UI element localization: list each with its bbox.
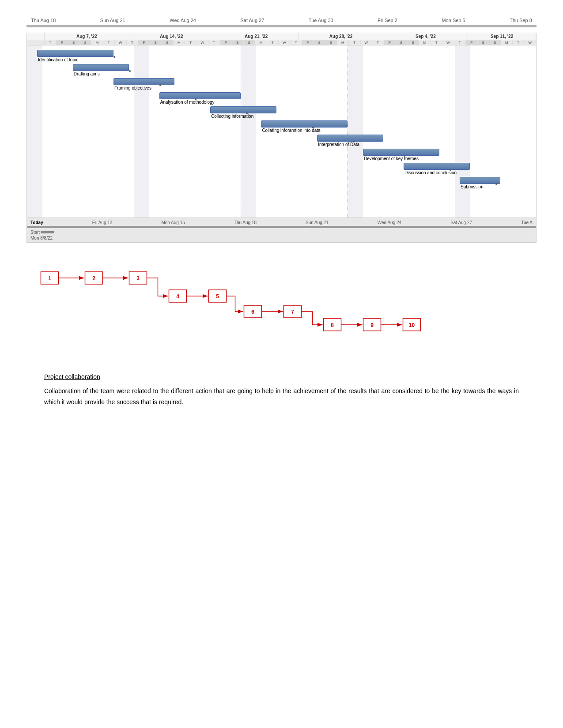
task-label-8: Development of key themes xyxy=(363,156,439,161)
day-F1: F xyxy=(57,40,68,45)
bottom-date-4: Thu Aug 18 xyxy=(234,220,257,225)
svg-text:9: 9 xyxy=(370,322,374,328)
svg-text:3: 3 xyxy=(136,275,140,281)
task-label-5: Collecting information xyxy=(210,114,276,119)
svg-text:5: 5 xyxy=(216,293,219,300)
day-T5: T xyxy=(208,40,220,45)
gantt-day-header: T F S S M T W T F S S M T W T F S S M T … xyxy=(27,40,536,45)
timeline-date-3: Wed Aug 24 xyxy=(170,18,196,23)
day-S6: S xyxy=(244,40,256,45)
gantt-week-header: Aug 7, '22 Aug 14, '22 Aug 21, '22 Aug 2… xyxy=(27,33,536,40)
svg-text:7: 7 xyxy=(291,309,294,315)
day-F3: F xyxy=(220,40,232,45)
network-svg: 1 2 3 4 5 6 xyxy=(26,250,537,347)
day-M2: M xyxy=(174,40,185,45)
day-T1: T xyxy=(45,40,57,45)
timeline-date-1: Thu Aug 18 xyxy=(31,18,56,23)
day-F5: F xyxy=(384,40,396,45)
day-W3: W xyxy=(279,40,291,45)
day-W6: W xyxy=(525,40,537,45)
bottom-date-7: Sat Aug 27 xyxy=(450,220,472,225)
bottom-today: Today xyxy=(30,220,43,225)
day-T12: T xyxy=(513,40,525,45)
bottom-date-3: Mon Aug 15 xyxy=(161,220,185,225)
bottom-date-2: Fri Aug 12 xyxy=(92,220,113,225)
day-S9: S xyxy=(396,40,408,45)
task-label-9: Discussion and conclusion xyxy=(404,170,470,175)
day-F6: F xyxy=(466,40,478,45)
gantt-task-2: Drafting aims xyxy=(73,64,129,76)
gantt-task-1: Identification of topic xyxy=(37,50,113,62)
week-label-4: Aug 28, '22 xyxy=(299,33,384,40)
gantt-chart: Aug 7, '22 Aug 14, '22 Aug 21, '22 Aug 2… xyxy=(26,33,537,243)
day-S10: S xyxy=(408,40,419,45)
task-label-4: Analysation of methodology xyxy=(159,100,241,105)
week-label-2: Aug 14, '22 xyxy=(129,33,214,40)
task-label-2: Drafting aims xyxy=(73,71,129,76)
page-container: Thu Aug 18 Sun Aug 21 Wed Aug 24 Sat Aug… xyxy=(0,0,563,728)
gantt-task-5: Collecting information xyxy=(210,106,276,119)
gantt-task-6: Collating inforamtion into data xyxy=(261,120,348,133)
day-S5: S xyxy=(232,40,244,45)
svg-text:4: 4 xyxy=(176,293,179,300)
day-S1: S xyxy=(68,40,80,45)
day-T9: T xyxy=(372,40,384,45)
bottom-date-8: Tue A xyxy=(521,220,533,225)
svg-text:6: 6 xyxy=(251,309,254,315)
svg-text:10: 10 xyxy=(409,322,415,328)
day-M5: M xyxy=(419,40,431,45)
gantt-task-4: Analysation of methodology xyxy=(159,92,241,105)
top-timeline-bar xyxy=(26,25,537,27)
start-date: Mon 8/8/22 xyxy=(27,235,536,241)
day-T6: T xyxy=(267,40,279,45)
task-label-7: Interpretation of Data xyxy=(317,142,383,147)
day-S3: S xyxy=(150,40,162,45)
task-label-10: Submission xyxy=(460,184,500,189)
day-T3: T xyxy=(127,40,139,45)
week-label-6: Sep 11, '22 xyxy=(468,33,536,40)
timeline-date-5: Tue Aug 30 xyxy=(309,18,333,23)
timeline-date-8: Thu Sep 8 xyxy=(510,18,532,23)
svg-text:1: 1 xyxy=(48,275,51,281)
text-section: Project collaboration Collaboration of t… xyxy=(26,373,537,408)
section-title: Project collaboration xyxy=(44,373,519,380)
day-T7: T xyxy=(291,40,302,45)
day-M4: M xyxy=(337,40,349,45)
task-label-6: Collating inforamtion into data xyxy=(261,128,348,133)
day-T11: T xyxy=(454,40,466,45)
bottom-date-5: Sun Aug 21 xyxy=(306,220,329,225)
week-label-5: Sep 4, '22 xyxy=(383,33,468,40)
section-body: Collaboration of the team were related t… xyxy=(44,386,519,408)
svg-text:2: 2 xyxy=(92,275,95,281)
day-F2: F xyxy=(138,40,150,45)
day-T10: T xyxy=(431,40,443,45)
day-W2: W xyxy=(197,40,209,45)
bottom-date-6: Wed Aug 24 xyxy=(378,220,401,225)
gantt-task-8: Development of key themes xyxy=(363,149,439,161)
day-M1: M xyxy=(91,40,103,45)
svg-text:8: 8 xyxy=(331,322,334,328)
week-label-3: Aug 21, '22 xyxy=(214,33,299,40)
day-W5: W xyxy=(442,40,454,45)
timeline-date-6: Fri Sep 2 xyxy=(378,18,397,23)
day-T4: T xyxy=(185,40,197,45)
day-S8: S xyxy=(325,40,337,45)
day-S11: S xyxy=(478,40,490,45)
gantt-task-9: Discussion and conclusion xyxy=(404,163,470,175)
day-S12: S xyxy=(489,40,501,45)
day-T2: T xyxy=(103,40,115,45)
gantt-body: Identification of topic Drafting aims Fr… xyxy=(27,45,536,218)
timeline-date-7: Mon Sep 5 xyxy=(442,18,465,23)
gantt-bottom-section: Today Fri Aug 12 Mon Aug 15 Thu Aug 18 S… xyxy=(27,218,536,242)
timeline-date-2: Sun Aug 21 xyxy=(100,18,125,23)
day-M6: M xyxy=(501,40,513,45)
timeline-date-4: Sat Aug 27 xyxy=(241,18,264,23)
day-W4: W xyxy=(361,40,373,45)
day-S2: S xyxy=(80,40,92,45)
task-label-1: Identification of topic xyxy=(37,57,113,62)
day-M3: M xyxy=(255,40,267,45)
task-label-3: Framing objectives xyxy=(113,86,174,90)
gantt-task-3: Framing objectives xyxy=(113,78,174,90)
week-label-1: Aug 7, '22 xyxy=(45,33,129,40)
gantt-task-7: Interpretation of Data xyxy=(317,135,383,147)
